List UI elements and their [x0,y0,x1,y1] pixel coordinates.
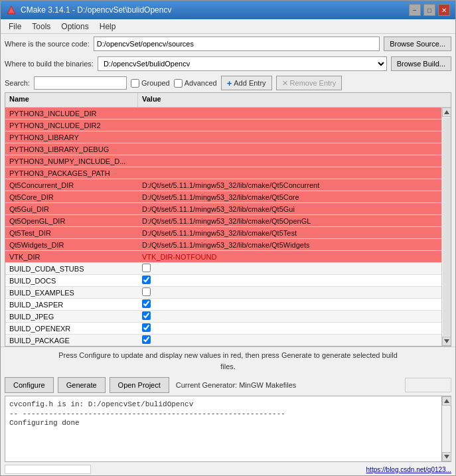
table-row[interactable]: Qt5OpenGL_DIRD:/Qt/set/5.11.1/mingw53_32… [5,215,441,227]
table-row[interactable]: BUILD_CUDA_STUBS [5,263,441,275]
cell-name: Qt5Test_DIR [5,229,138,237]
cmake-icon [6,5,17,15]
table-row[interactable]: BUILD_JPEG [5,311,441,323]
table-row[interactable]: Qt5Gui_DIRD:/Qt/set/5.11.1/mingw53_32/li… [5,203,441,215]
table-row[interactable]: BUILD_EXAMPLES [5,287,441,299]
log-scroll-down[interactable] [442,452,451,461]
window-title: CMake 3.14.1 - D:/opencvSet\bulidOpencv [21,5,409,15]
row-checkbox[interactable] [142,311,151,320]
cell-value: VTK_DIR-NOTFOUND [138,253,441,261]
menubar: File Tools Options Help [1,19,455,34]
log-area[interactable]: cvconfig.h is in: D:/opencvSet/bulidOpen… [5,396,442,462]
col-value-header: Value [138,93,451,107]
cell-value [138,323,441,333]
table-row[interactable]: PYTHON3_INCLUDE_DIR [5,108,441,119]
scroll-up-arrow[interactable] [442,108,451,117]
remove-entry-button[interactable]: ✕ Remove Entry [276,76,342,90]
menu-options[interactable]: Options [56,21,94,33]
row-checkbox[interactable] [142,335,151,344]
table-row[interactable]: PYTHON3_NUMPY_INCLUDE_D... [5,155,441,167]
log-scrollbar[interactable] [442,396,451,462]
cell-value [138,335,441,345]
row-checkbox[interactable] [142,323,151,332]
x-icon: ✕ [282,79,288,88]
cell-name: Qt5Core_DIR [5,193,138,201]
cell-name: PYTHON3_INCLUDE_DIR2 [5,121,138,129]
cell-value [138,299,441,309]
advanced-label: Advanced [185,79,217,87]
cell-name: BUILD_CUDA_STUBS [5,265,138,273]
build-row: Where to build the binaries: D:/opencvSe… [1,54,455,74]
table-row[interactable]: BUILD_OPENEXR [5,323,441,335]
log-scroll-up[interactable] [442,396,451,406]
cell-name: BUILD_JASPER [5,301,138,309]
table-row[interactable]: Qt5Core_DIRD:/Qt/set/5.11.1/mingw53_32/l… [5,191,441,203]
advanced-checkbox-label[interactable]: Advanced [174,79,217,88]
row-checkbox[interactable] [142,264,151,272]
log-wrapper: cvconfig.h is in: D:/opencvSet/bulidOpen… [5,396,451,462]
build-path-select[interactable]: D:/opencvSet/bulidOpencv [98,56,387,71]
source-input[interactable] [94,37,380,51]
table-row[interactable]: BUILD_DOCS [5,275,441,287]
generate-button[interactable]: Generate [58,377,106,393]
table-row[interactable]: Qt5Test_DIRD:/Qt/set/5.11.1/mingw53_32/l… [5,227,441,239]
close-button[interactable]: ✕ [438,4,450,16]
col-name-header: Name [5,93,138,107]
advanced-checkbox[interactable] [174,79,183,88]
log-line: cvconfig.h is in: D:/opencvSet/bulidOpen… [9,400,437,408]
browse-build-button[interactable]: Browse Build... [391,56,451,71]
table-row[interactable]: PYTHON3_INCLUDE_DIR2 [5,119,441,131]
cell-value [138,276,441,285]
row-checkbox[interactable] [142,276,151,284]
configure-button[interactable]: Configure [5,377,54,393]
cell-name: PYTHON3_LIBRARY_DEBUG [5,145,138,153]
row-checkbox[interactable] [142,287,151,296]
table-row[interactable]: Qt5Concurrent_DIRD:/Qt/set/5.11.1/mingw5… [5,179,441,191]
browse-source-button[interactable]: Browse Source... [384,37,451,51]
cell-name: PYTHON3_LIBRARY [5,133,138,141]
table-row[interactable]: BUILD_JASPER [5,299,441,311]
cell-name: PYTHON3_PACKAGES_PATH [5,169,138,177]
source-row: Where is the source code: Browse Source.… [1,34,455,54]
entries-table: Name Value PYTHON3_INCLUDE_DIRPYTHON3_IN… [5,92,451,347]
right-box [405,378,451,392]
table-row[interactable]: BUILD_PACKAGE [5,335,441,346]
maximize-button[interactable]: □ [423,4,435,16]
table-row[interactable]: PYTHON3_LIBRARY [5,131,441,143]
open-project-button[interactable]: Open Project [110,377,169,393]
table-row[interactable]: Qt5Widgets_DIRD:/Qt/set/5.11.1/mingw53_3… [5,239,441,251]
search-row: Search: Grouped Advanced + Add Entry ✕ R… [1,74,455,92]
grouped-checkbox-label[interactable]: Grouped [131,79,170,88]
menu-tools[interactable]: Tools [27,21,56,33]
cell-value [138,311,441,321]
search-input[interactable] [34,76,127,90]
cell-name: PYTHON3_NUMPY_INCLUDE_D... [5,157,138,165]
table-row[interactable]: VTK_DIRVTK_DIR-NOTFOUND [5,251,441,263]
cell-name: Qt5Concurrent_DIR [5,181,138,189]
scroll-down-arrow[interactable] [442,337,451,346]
table-row[interactable]: PYTHON3_PACKAGES_PATH [5,167,441,179]
cell-value: D:/Qt/set/5.11.1/mingw53_32/lib/cmake/Qt… [138,241,441,249]
minimize-button[interactable]: − [409,4,421,16]
add-entry-button[interactable]: + Add Entry [221,76,272,90]
cell-value [138,264,441,274]
cell-value: D:/Qt/set/5.11.1/mingw53_32/lib/cmake/Qt… [138,205,441,213]
log-line: -- -------------------------------------… [9,410,437,418]
row-checkbox[interactable] [142,299,151,308]
plus-icon: + [227,78,232,88]
bottom-scrollbar[interactable] [5,465,91,474]
log-line: Configuring done [9,419,437,427]
grouped-checkbox[interactable] [131,79,139,88]
table-row[interactable]: PYTHON3_LIBRARY_DEBUG [5,143,441,155]
status-text: Press Configure to update and display ne… [1,347,455,374]
table-scrollbar[interactable] [441,108,451,346]
cell-value [138,287,441,297]
table-body: PYTHON3_INCLUDE_DIRPYTHON3_INCLUDE_DIR2P… [5,108,441,346]
cell-name: BUILD_EXAMPLES [5,289,138,297]
cell-name: Qt5Widgets_DIR [5,241,138,249]
bottom-link[interactable]: https://blog.csdn.net/q0123... [366,466,451,473]
menu-file[interactable]: File [3,21,27,33]
cell-value: D:/Qt/set/5.11.1/mingw53_32/lib/cmake/Qt… [138,217,441,225]
menu-help[interactable]: Help [94,21,121,33]
action-buttons-row: Configure Generate Open Project Current … [1,374,455,396]
